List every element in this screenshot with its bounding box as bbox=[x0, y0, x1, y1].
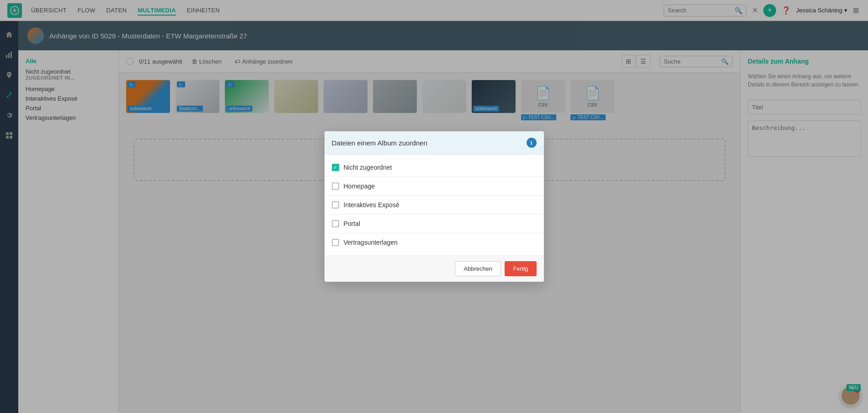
checkbox-unchecked-4[interactable] bbox=[332, 239, 339, 246]
checkbox-checked-0[interactable] bbox=[332, 164, 339, 171]
option-label-4: Vertragsunterlagen bbox=[344, 239, 398, 246]
option-label-2: Interaktives Exposé bbox=[344, 201, 399, 209]
option-label-1: Homepage bbox=[344, 182, 375, 190]
modal-info-icon[interactable]: i bbox=[527, 138, 537, 148]
modal-option-3[interactable]: Portal bbox=[325, 215, 544, 233]
modal-option-2[interactable]: Interaktives Exposé bbox=[325, 196, 544, 215]
confirm-button[interactable]: Fertig bbox=[505, 261, 536, 276]
modal: Dateien einem Album zuordnen i Nicht zug… bbox=[325, 131, 544, 282]
modal-option-0[interactable]: Nicht zugeordnet bbox=[325, 158, 544, 177]
option-label-3: Portal bbox=[344, 220, 361, 227]
modal-header: Dateien einem Album zuordnen i bbox=[325, 131, 544, 155]
checkbox-unchecked-3[interactable] bbox=[332, 220, 339, 227]
modal-overlay[interactable]: Dateien einem Album zuordnen i Nicht zug… bbox=[0, 0, 868, 413]
cancel-button[interactable]: Abbrechen bbox=[455, 261, 501, 276]
checkbox-unchecked-2[interactable] bbox=[332, 201, 339, 209]
option-label-0: Nicht zugeordnet bbox=[344, 164, 392, 171]
modal-option-1[interactable]: Homepage bbox=[325, 177, 544, 196]
modal-footer: Abbrechen Fertig bbox=[325, 255, 544, 282]
modal-body: Nicht zugeordnet Homepage Interaktives E… bbox=[325, 155, 544, 255]
modal-title: Dateien einem Album zuordnen bbox=[332, 139, 427, 147]
modal-option-4[interactable]: Vertragsunterlagen bbox=[325, 233, 544, 252]
checkbox-unchecked-1[interactable] bbox=[332, 182, 339, 190]
